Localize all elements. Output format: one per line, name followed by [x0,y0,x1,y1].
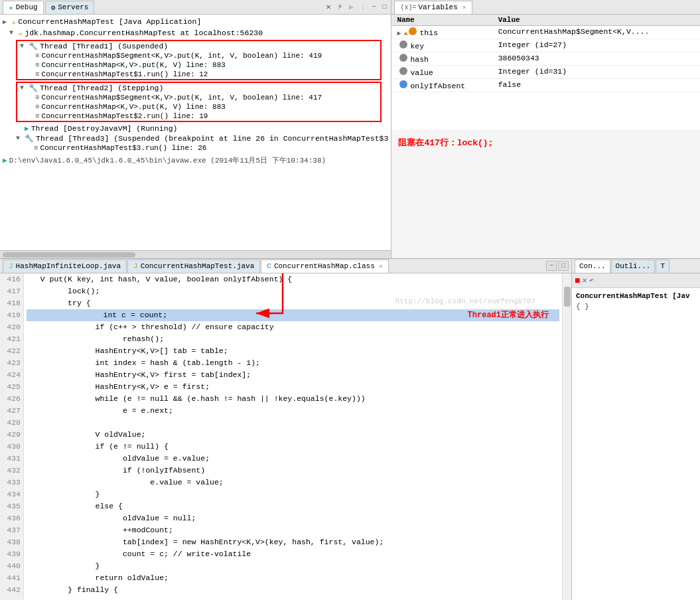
tab-debug[interactable]: ✦ Debug [3,1,44,14]
var-row[interactable]: valueInteger (id=31) [391,66,700,79]
var-row[interactable]: onlyIfAbsentfalse [391,79,700,92]
var-name: onlyIfAbsent [410,82,465,90]
tab-con[interactable]: Con... [575,260,610,273]
tree-item-jdk[interactable]: ▼ ☕ jdk.hashmap.ConcurrentHashMapTest at… [0,27,391,38]
line-number: 441 [3,572,21,584]
line-number: 436 [3,512,21,524]
line-number: 419 [3,309,21,321]
win-minimize-icon[interactable]: − [370,3,378,11]
stack1-icon: ≡ [35,52,40,60]
tab-servers-label: Servers [58,3,88,11]
tree-item-stack2-3[interactable]: ≡ ConcurrentHashMapTest$2.run() line: 19 [17,112,380,121]
tab-servers[interactable]: ⚙ Servers [45,1,95,14]
outline-toolbar: ■ ✕ ↶ [572,273,700,288]
line-number: 426 [3,393,21,405]
scroll-thumb[interactable] [3,252,135,258]
tree-item-stack2-3-label: ConcurrentHashMapTest$2.run() line: 19 [42,112,208,120]
tab-concurrent-test[interactable]: J ConcurrentHashMapTest.java [127,260,260,273]
var-expand-icon[interactable]: ▶ [397,30,401,37]
col-value: Value [493,15,700,26]
outline-body: { } [575,301,697,312]
var-row[interactable]: hash386050343 [391,52,700,66]
tab-variables-label: Variables [418,3,457,11]
line-number: 430 [3,441,21,453]
bug-icon: ✦ [9,3,13,12]
vscroll-thumb[interactable] [564,287,571,307]
tree-item-stack1-3-label: ConcurrentHashMapTest$1.run() line: 12 [42,70,208,78]
server-icon: ⚙ [51,3,56,12]
variables-table: Name Value ▶▲thisConcurrentHashMap$Segme… [391,15,700,130]
resume-icon[interactable]: ▶ [347,1,356,13]
tree-item-stack1-1[interactable]: ≡ ConcurrentHashMap$Segment<K,V>.put(K, … [17,51,380,60]
debug-panel: ✦ Debug ⚙ Servers ✕ ⚡ ▶ ↓ − □ ▶ ☕ [0,0,391,258]
code-line: HashEntry<K,V>[] tab = table; [27,345,559,357]
var-row[interactable]: keyInteger (id=27) [391,39,700,52]
code-line: tab[index] = new HashEntry<K,V>(key, has… [27,536,559,548]
editor-win-min[interactable]: − [546,261,557,271]
terminate-icon[interactable]: ✕ [324,1,332,13]
editor-win-max[interactable]: □ [558,261,569,271]
tree-item-app[interactable]: ▶ ☕ ConcurrentHashMapTest [Java Applicat… [0,16,391,27]
outline-arrow-icon[interactable]: ↶ [589,275,594,285]
line-number: 423 [3,357,21,369]
tab-t[interactable]: T [656,260,669,273]
tab-close-icon[interactable]: ✕ [379,262,383,270]
code-line: lock(); [27,285,559,297]
disconnect-icon[interactable]: ⚡ [336,1,344,13]
tree-item-thread2[interactable]: ▼ 🔧 Thread [Thread2] (Stepping) [17,83,380,93]
code-line: else { [27,500,559,512]
win-maximize-icon[interactable]: □ [380,3,388,11]
code-line: HashEntry<K,V> first = tab[index]; [27,369,559,381]
stack5-icon: ≡ [35,103,40,111]
line-number: 425 [3,381,21,393]
tree-item-destroy[interactable]: ▶ Thread [DestroyJavaVM] (Running) [0,123,391,133]
tree-item-stack2-2[interactable]: ≡ ConcurrentHashMap<K,V>.put(K, V) line:… [17,102,380,112]
annotation-text: 阻塞在417行：lock(); [398,138,493,148]
code-content-wrapper[interactable]: V put(K key, int hash, V value, boolean … [24,273,562,600]
tab-concurrent-hashmap[interactable]: C ConcurrentHashMap.class ✕ [261,260,388,273]
tab-variables-close[interactable]: ✕ [462,3,466,11]
line-number: 435 [3,500,21,512]
outline-x-icon[interactable]: ✕ [582,275,587,285]
line-number: 427 [3,405,21,417]
tree-item-stack1-2[interactable]: ≡ ConcurrentHashMap<K,V>.put(K, V) line:… [17,60,380,70]
tree-item-stack1-3[interactable]: ≡ ConcurrentHashMapTest$1.run() line: 12 [17,70,380,79]
line-number: 434 [3,488,21,500]
vertical-scrollbar[interactable] [562,273,571,600]
tree-item-thread1-label: Thread [Thread1] (Suspended) [40,42,168,50]
code-content: V put(K key, int hash, V value, boolean … [24,273,562,596]
code-line: int index = hash & (tab.length - 1); [27,357,559,369]
outline-tab-bar: Con... Outli... T [572,259,700,273]
debug-scrollbar[interactable] [0,250,391,258]
tree-item-thread3[interactable]: ▼ 🔧 Thread [Thread3] (Suspended (breakpo… [0,133,391,143]
step-icon[interactable]: ↓ [358,2,367,13]
tree-arrow-thread1: ▼ [20,42,27,50]
code-line: return oldValue; [27,572,559,584]
code-line: oldValue = null; [27,512,559,524]
class-icon: C [267,262,271,270]
code-line: e.value = value; [27,477,559,488]
code-line: e = e.next; [27,405,559,417]
tree-item-stack2-1[interactable]: ≡ ConcurrentHashMap$Segment<K,V>.put(K, … [17,93,380,102]
tab-variables[interactable]: (x)= Variables ✕ [394,1,472,14]
line-number: 442 [3,584,21,596]
tab-hashmap-loop-label: HashMapInfiniteLoop.java [16,262,121,270]
tab-outli-label: Outli... [616,262,651,270]
var-value: 386050343 [493,52,700,66]
line-number: 424 [3,369,21,381]
tree-arrow-thread3: ▼ [16,135,23,142]
status-text: D:\env\Java1.6.0_45\jdk1.6.0_45\bin\java… [9,155,326,165]
var-type-icon [399,54,407,62]
tab-outli[interactable]: Outli... [611,260,656,273]
code-editor[interactable]: 4164174184194204214224234244254264274284… [0,273,571,600]
code-line: if (c++ > threshold) // ensure capacity [27,321,559,333]
java-icon-2: J [133,262,138,270]
var-row[interactable]: ▶▲thisConcurrentHashMap$Segment<K,V.... [391,26,700,39]
tree-item-thread1[interactable]: ▼ 🔧 Thread [Thread1] (Suspended) [17,41,380,51]
line-number: 428 [3,417,21,429]
stack7-icon: ≡ [34,144,38,152]
tab-hashmap-loop[interactable]: J HashMapInfiniteLoop.java [3,260,127,273]
var-name: key [410,42,424,50]
red-square-icon[interactable]: ■ [575,275,580,286]
tree-item-stack3-1[interactable]: ≡ ConcurrentHashMapTest$3.run() line: 26 [0,143,391,153]
